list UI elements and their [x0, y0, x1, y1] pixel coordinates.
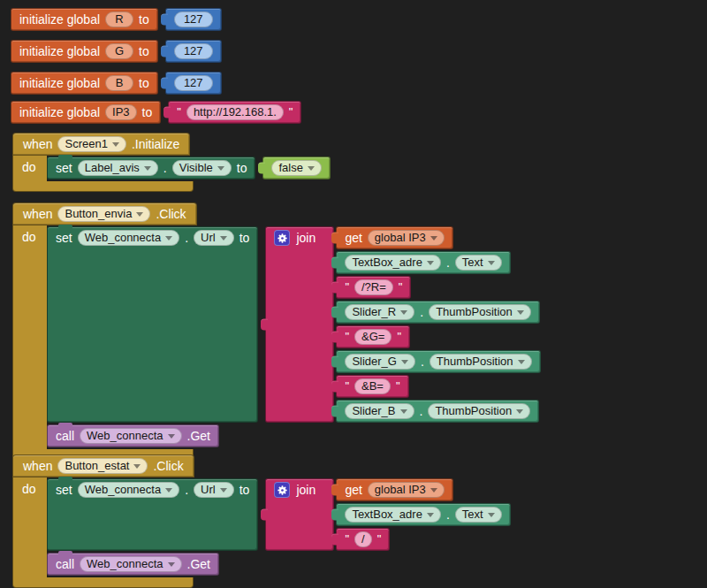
- component-dropdown[interactable]: Web_connecta: [80, 556, 182, 572]
- close-quote: ": [377, 531, 382, 547]
- component-dropdown[interactable]: Label_avis: [78, 160, 158, 176]
- property-dropdown[interactable]: Text: [455, 507, 502, 523]
- dot-label: .: [421, 354, 424, 370]
- property-dropdown[interactable]: Url: [194, 482, 234, 498]
- dropdown-value: Url: [201, 231, 216, 245]
- join-block[interactable]: join get global IP3: [265, 478, 510, 551]
- component-dropdown[interactable]: Button_estat: [57, 458, 148, 474]
- text-string-block[interactable]: " http://192.168.1. ": [168, 101, 301, 124]
- number-field[interactable]: 127: [174, 75, 213, 91]
- join-block[interactable]: join get global IP3: [265, 226, 540, 423]
- when-screen1-initialize-block[interactable]: when Screen1 .Initialize do set Label_av…: [12, 133, 331, 192]
- set-property-block[interactable]: set Web_connecta . Url to: [47, 226, 258, 423]
- text-string-block[interactable]: " &B= ": [336, 375, 408, 398]
- dot-label: .: [163, 160, 167, 176]
- set-property-block[interactable]: set Web_connecta . Url to: [47, 478, 258, 551]
- property-dropdown[interactable]: Visible: [172, 160, 232, 176]
- call-method-block[interactable]: call Web_connecta .Get: [47, 424, 219, 447]
- variable-name-field[interactable]: R: [105, 11, 133, 27]
- text-field[interactable]: /: [354, 531, 372, 547]
- initialize-global-label: initialize global: [19, 11, 100, 27]
- blocks-canvas[interactable]: initialize global R to 127 initialize gl…: [0, 0, 707, 588]
- text-string-block[interactable]: " &G= ": [336, 325, 410, 348]
- event-header[interactable]: when Screen1 .Initialize: [12, 133, 190, 156]
- component-dropdown[interactable]: Slider_G: [345, 354, 415, 370]
- component-dropdown[interactable]: Slider_B: [345, 403, 414, 419]
- init-global-r-group[interactable]: initialize global R to 127: [11, 8, 222, 31]
- initialize-global-block[interactable]: initialize global IP3 to: [11, 101, 161, 124]
- dropdown-value: global IP3: [375, 483, 426, 497]
- initialize-global-block[interactable]: initialize global R to: [11, 8, 158, 31]
- component-dropdown[interactable]: TextBox_adre: [345, 507, 441, 523]
- number-block[interactable]: 127: [165, 40, 222, 63]
- text-string-block[interactable]: " / ": [336, 528, 390, 551]
- initialize-global-block[interactable]: initialize global B to: [11, 72, 158, 95]
- logic-dropdown[interactable]: false: [271, 160, 321, 176]
- number-field[interactable]: 127: [174, 11, 213, 27]
- variable-name-field[interactable]: IP3: [105, 104, 137, 120]
- init-global-ip3-group[interactable]: initialize global IP3 to " http://192.16…: [11, 101, 301, 124]
- property-dropdown[interactable]: ThumbPosition: [429, 304, 531, 320]
- text-field[interactable]: &B=: [354, 378, 391, 394]
- component-dropdown[interactable]: Button_envia: [57, 206, 150, 222]
- init-global-b-group[interactable]: initialize global B to 127: [11, 72, 222, 95]
- component-dropdown[interactable]: Web_connecta: [80, 428, 182, 444]
- component-getter-block[interactable]: TextBox_adre . Text: [336, 251, 510, 274]
- component-dropdown[interactable]: Web_connecta: [78, 230, 180, 246]
- property-dropdown[interactable]: ThumbPosition: [428, 403, 530, 419]
- text-field[interactable]: http://192.168.1.: [186, 104, 284, 120]
- component-getter-block[interactable]: Slider_R . ThumbPosition: [336, 301, 539, 324]
- join-header[interactable]: join: [265, 226, 334, 423]
- event-name-label: .Click: [153, 458, 183, 474]
- dropdown-arrow-icon: [220, 236, 227, 241]
- property-dropdown[interactable]: Text: [455, 255, 502, 271]
- do-label: do: [22, 160, 36, 174]
- dropdown-arrow-icon: [517, 310, 524, 315]
- property-dropdown[interactable]: ThumbPosition: [430, 354, 532, 370]
- dot-label: .: [446, 255, 450, 271]
- initialize-global-label: initialize global: [19, 75, 100, 91]
- initialize-global-block[interactable]: initialize global G to: [11, 40, 158, 63]
- text-field[interactable]: /?R=: [354, 279, 393, 295]
- dropdown-arrow-icon: [427, 261, 434, 265]
- get-variable-block[interactable]: get global IP3: [336, 478, 452, 501]
- logic-false-block[interactable]: false: [262, 157, 330, 179]
- dot-label: .: [420, 403, 423, 419]
- text-field[interactable]: &G=: [354, 329, 392, 345]
- variable-dropdown[interactable]: global IP3: [368, 482, 445, 498]
- init-global-g-group[interactable]: initialize global G to 127: [11, 40, 222, 63]
- number-block[interactable]: 127: [165, 8, 222, 31]
- component-getter-block[interactable]: TextBox_adre . Text: [336, 503, 510, 526]
- event-header[interactable]: when Button_envia .Click: [12, 202, 197, 225]
- initialize-global-label: initialize global: [19, 104, 100, 120]
- component-dropdown[interactable]: Web_connecta: [78, 482, 180, 498]
- variable-name-field[interactable]: G: [105, 43, 133, 59]
- variable-dropdown[interactable]: global IP3: [368, 230, 445, 246]
- when-button-envia-click-block[interactable]: when Button_envia .Click do set Web_conn…: [12, 202, 541, 460]
- mutator-gear-icon[interactable]: [274, 482, 290, 498]
- component-dropdown[interactable]: TextBox_adre: [345, 255, 441, 271]
- call-method-block[interactable]: call Web_connecta .Get: [47, 553, 219, 576]
- get-variable-block[interactable]: get global IP3: [336, 226, 452, 249]
- number-field[interactable]: 127: [174, 43, 213, 59]
- component-getter-block[interactable]: Slider_G . ThumbPosition: [336, 350, 540, 373]
- set-property-block[interactable]: set Label_avis . Visible to: [47, 157, 255, 179]
- join-header[interactable]: join: [265, 478, 334, 551]
- component-dropdown[interactable]: Screen1: [57, 136, 125, 152]
- call-label: call: [56, 428, 74, 444]
- number-block[interactable]: 127: [165, 72, 222, 95]
- component-getter-block[interactable]: Slider_B . ThumbPosition: [336, 400, 539, 423]
- dropdown-value: Label_avis: [85, 161, 140, 175]
- variable-name-field[interactable]: B: [105, 75, 133, 91]
- close-quote: ": [397, 329, 401, 345]
- open-quote: ": [177, 104, 181, 120]
- dropdown-value: Url: [201, 483, 216, 497]
- event-header[interactable]: when Button_estat .Click: [12, 454, 194, 477]
- dropdown-value: Web_connecta: [87, 429, 163, 443]
- when-button-estat-click-block[interactable]: when Button_estat .Click do set Web_conn…: [12, 454, 511, 588]
- mutator-gear-icon[interactable]: [274, 230, 290, 246]
- component-dropdown[interactable]: Slider_R: [345, 304, 414, 320]
- property-dropdown[interactable]: Url: [194, 230, 234, 246]
- text-string-block[interactable]: " /?R= ": [336, 276, 411, 299]
- dropdown-arrow-icon: [516, 409, 523, 414]
